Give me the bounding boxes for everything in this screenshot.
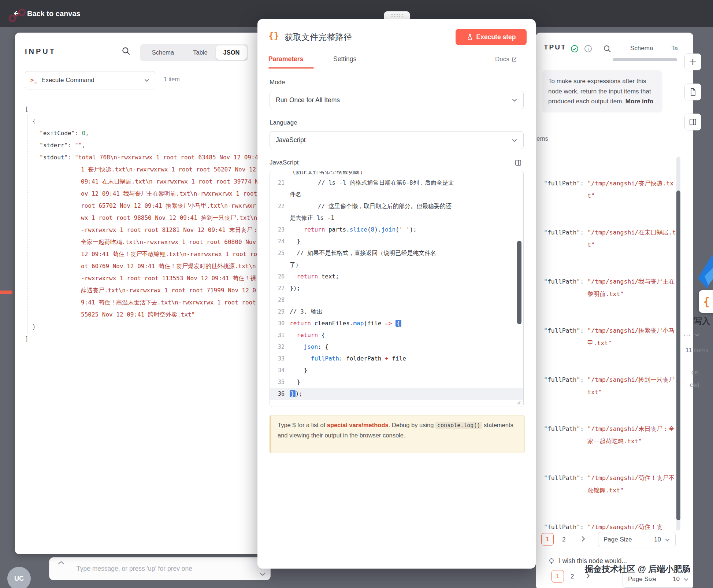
output-row[interactable]: "fullPath": "/tmp/sangshi/苟住！丧	[544, 521, 680, 533]
node-logo-icon	[697, 254, 713, 289]
page-1-button[interactable]: 1	[541, 533, 554, 546]
code-node-icon: {}	[268, 31, 279, 41]
code-line[interactable]: 30return cleanFiles.map(file => {	[270, 318, 523, 329]
chat-bar	[49, 557, 271, 580]
code-line[interactable]: 25 // 如果不是长格式，直接返回（说明已经是纯文件名	[270, 247, 523, 259]
code-line[interactable]: 是去修正 ls -1	[270, 212, 523, 224]
chevron-down-icon	[665, 537, 670, 543]
code-line[interactable]: 了）	[270, 259, 523, 271]
info-icon[interactable]	[584, 44, 593, 53]
editor-resize-icon[interactable]	[515, 399, 521, 405]
output-row[interactable]: "fullPath": "/tmp/sangshi/我与丧尸王在黎明前.txt"	[544, 275, 680, 300]
output-row[interactable]: "fullPath": "/tmp/sangshi/苟住！丧尸不敢锦鲤.txt"	[544, 472, 680, 496]
code-editor[interactable]: （防止文件名带空格被切断）21 // ls -l 的格式通常日期在第6-8列，后…	[270, 171, 524, 407]
page-size-select[interactable]: Page Size 10	[598, 532, 676, 547]
watermark: 掘金技术社区 @ 后端小肥肠	[585, 563, 690, 575]
input-source-select[interactable]: >_ Execute Command	[25, 71, 155, 89]
execute-step-label: Execute step	[476, 33, 516, 41]
json-row[interactable]: "stdout": "total 768\n-rwxrwxrwx 1 root …	[40, 151, 259, 321]
code-line[interactable]: 36});	[270, 388, 523, 400]
page-2-button[interactable]: 2	[571, 573, 574, 580]
input-panel-title: INPUT	[25, 47, 56, 56]
code-line[interactable]: 24 }	[270, 236, 523, 247]
code-line[interactable]: 件名	[270, 189, 523, 200]
tab-schema[interactable]: Schema	[141, 45, 185, 60]
output-items-total: 11 items	[686, 347, 709, 354]
code-line[interactable]: 33 fullPath: folderPath + file	[270, 353, 523, 365]
json-bracket-open: [	[25, 103, 259, 115]
output-row[interactable]: "fullPath": "/tmp/sangshi/末日丧尸：全家一起荷吃鸡.t…	[544, 423, 680, 447]
braces-icon: {	[703, 295, 710, 308]
code-line[interactable]: 27});	[270, 282, 523, 294]
input-view-tabs: Schema Table JSON	[140, 44, 248, 61]
tab-table[interactable]: Table	[185, 45, 216, 60]
code-line[interactable]: 34 }	[270, 365, 523, 376]
output-tab-schema[interactable]: Schema	[630, 45, 653, 52]
output-row[interactable]: "fullPath": "/tmp/sangshi/丧尸快递.txt"	[544, 177, 680, 202]
node-options[interactable]: ···	[683, 330, 700, 339]
editor-hint: Type $ for a list of special vars/method…	[270, 415, 525, 453]
code-line[interactable]: 31 return {	[270, 329, 523, 341]
hint-code: console.log()	[435, 422, 482, 429]
output-row[interactable]: "fullPath": "/tmp/sangshi/捂紧丧尸小马甲.txt"	[544, 325, 680, 349]
success-check-icon	[570, 44, 579, 53]
code-line[interactable]: 32 json: {	[270, 341, 523, 353]
document-button[interactable]	[684, 84, 701, 100]
code-line[interactable]: 35 }	[270, 376, 523, 388]
back-to-canvas-link[interactable]: Back to canvas	[27, 10, 81, 18]
code-line[interactable]: 29// 3. 输出	[270, 306, 523, 318]
chevron-down-icon	[683, 577, 689, 582]
tab-parameters[interactable]: Parameters	[268, 55, 303, 63]
tab-json[interactable]: JSON	[216, 45, 247, 60]
expand-editor-icon[interactable]	[515, 159, 522, 166]
chevron-down-icon	[144, 77, 150, 83]
scrollbar-thumb[interactable]	[676, 191, 680, 520]
docs-link[interactable]: Docs	[495, 56, 517, 63]
json-row[interactable]: "exitCode": 0,	[40, 127, 259, 139]
output-row[interactable]: "fullPath": "/tmp/sangshi/捡到一只丧尸.txt"	[544, 374, 680, 398]
ellipsis-icon: ···	[683, 330, 691, 339]
code-line[interactable]: 26 return text;	[270, 271, 523, 282]
chat-input[interactable]	[76, 565, 263, 573]
editor-label: JavaScript	[270, 159, 298, 166]
code-line[interactable]: 23 return parts.slice(8).join(' ');	[270, 224, 523, 236]
code-line[interactable]: 28	[270, 294, 523, 306]
mode-select[interactable]: Run Once for All Items	[270, 91, 524, 109]
node-title[interactable]: 获取文件完整路径	[285, 32, 352, 43]
code-line[interactable]: 21 // ls -l 的格式通常日期在第6-8列，后面全是文	[270, 177, 523, 189]
split-view-button[interactable]	[684, 114, 701, 130]
page-2-button[interactable]: 2	[562, 536, 565, 543]
modal-drag-handle[interactable]	[384, 11, 410, 19]
search-icon[interactable]	[603, 44, 612, 53]
next-page-icon[interactable]	[580, 535, 587, 543]
clipped-text: ced	[690, 382, 699, 388]
execute-step-button[interactable]: Execute step	[456, 29, 527, 45]
add-button[interactable]	[684, 53, 701, 70]
json-brace-open: {	[32, 115, 259, 127]
horizontal-scrollbar[interactable]	[613, 58, 677, 61]
json-row[interactable]: "stderr": "",	[40, 139, 259, 151]
json-brace-close: }	[32, 321, 259, 333]
json-bracket-close: ]	[25, 333, 259, 345]
tab-settings[interactable]: Settings	[333, 55, 356, 63]
avatar[interactable]: UC	[7, 567, 31, 588]
editor-scrollbar-thumb[interactable]	[517, 241, 521, 324]
search-icon[interactable]	[121, 46, 131, 56]
chevron-down-icon[interactable]	[259, 571, 267, 577]
output-panel: TPUT Schema Ta To make sure expressions …	[536, 33, 693, 588]
more-info-link[interactable]: More info	[625, 98, 654, 105]
chevron-up-icon[interactable]	[57, 560, 65, 566]
output-row[interactable]: "fullPath": "/tmp/sangshi/在末日蜗居.txt"	[544, 226, 680, 251]
clipped-text: de	[691, 369, 698, 376]
output-panel-title: TPUT	[544, 43, 567, 51]
code-line[interactable]: （防止文件名带空格被切断）	[270, 171, 523, 177]
write-node-card[interactable]: {	[699, 290, 713, 313]
terminal-icon: >_	[30, 77, 38, 84]
output-tab-table[interactable]: Ta	[671, 45, 678, 52]
page-1-button[interactable]: 1	[552, 570, 564, 583]
hint-emphasis: special vars/methods	[327, 422, 389, 428]
code-line[interactable]: 22 // 这里偷个懒，取日期之后的部分。但最稳妥的还	[270, 200, 523, 212]
page-size-label: Page Size	[604, 536, 632, 543]
input-panel: INPUT Schema Table JSON >_ Execute Comma…	[15, 33, 260, 554]
language-select[interactable]: JavaScript	[270, 131, 524, 149]
